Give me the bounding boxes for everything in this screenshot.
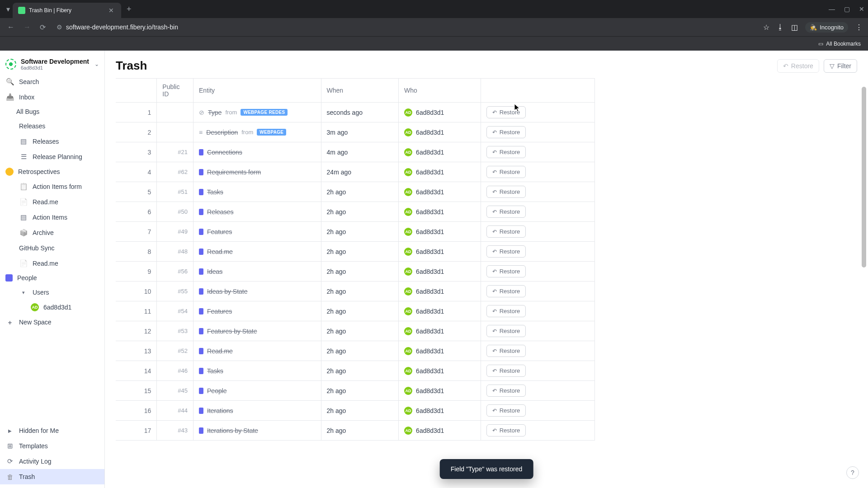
help-button[interactable]: ? bbox=[846, 466, 859, 479]
restore-icon: ↶ bbox=[492, 109, 497, 116]
restore-button[interactable]: ↶Restore bbox=[486, 146, 526, 158]
incognito-badge[interactable]: 🕵 Incognito bbox=[805, 22, 848, 33]
restore-label: Restore bbox=[500, 149, 520, 155]
sidebar-item-people[interactable]: People bbox=[0, 271, 104, 285]
sidebar-trash[interactable]: Trash bbox=[0, 469, 104, 484]
sidebar-item-releases[interactable]: Releases bbox=[0, 118, 104, 134]
reload-button[interactable]: ⟳ bbox=[38, 21, 47, 33]
restore-button[interactable]: ↶Restore bbox=[486, 186, 526, 198]
table-row[interactable]: 1⊘TypefromWEBPAGE REDESseconds agoAD6ad8… bbox=[116, 103, 595, 122]
sidebar-item-read-me[interactable]: Read.me bbox=[0, 256, 104, 271]
table-row[interactable]: 5#51Tasks2h agoAD6ad8d3d1↶Restore bbox=[116, 182, 595, 202]
sidebar-item-archive[interactable]: Archive bbox=[0, 225, 104, 240]
downloads-icon[interactable]: ⭳ bbox=[777, 23, 784, 31]
scrollbar[interactable] bbox=[862, 87, 867, 488]
sidebar-activity[interactable]: Activity Log bbox=[0, 454, 104, 469]
table-row[interactable]: 7#49Features2h agoAD6ad8d3d1↶Restore bbox=[116, 222, 595, 242]
sidebar-item-retrospectives[interactable]: Retrospectives bbox=[0, 164, 104, 179]
table-header-row: Public ID Entity When Who bbox=[116, 79, 595, 103]
sidebar-item-releases[interactable]: Releases bbox=[0, 134, 104, 149]
sidebar-new-space[interactable]: New Space bbox=[0, 314, 104, 330]
row-entity: Read.me bbox=[193, 242, 321, 262]
tab-close-icon[interactable]: ✕ bbox=[107, 6, 116, 15]
inbox-icon bbox=[5, 93, 14, 102]
restore-button[interactable]: ↶Restore bbox=[486, 225, 526, 238]
scrollbar-thumb[interactable] bbox=[862, 87, 866, 267]
table-row[interactable]: 15#45People2h agoAD6ad8d3d1↶Restore bbox=[116, 381, 595, 401]
restore-button[interactable]: ↶Restore bbox=[486, 285, 526, 297]
row-index: 17 bbox=[116, 421, 157, 441]
restore-label: Restore bbox=[500, 109, 520, 116]
workspace-switcher[interactable]: Software Development 6ad8d3d1 ⌄ bbox=[0, 54, 104, 74]
sidebar-item-release-planning[interactable]: Release Planning bbox=[0, 149, 104, 164]
sidebar-item-github-sync[interactable]: GitHub Sync bbox=[0, 240, 104, 256]
filter-label: Filter bbox=[837, 62, 851, 70]
all-bookmarks-link[interactable]: ▭ All Bookmarks bbox=[818, 41, 861, 47]
row-when: 2h ago bbox=[321, 381, 399, 401]
forward-button[interactable]: → bbox=[22, 21, 33, 33]
row-action: ↶Restore bbox=[481, 341, 594, 361]
row-index: 9 bbox=[116, 262, 157, 282]
site-info-icon[interactable]: ⚙ bbox=[57, 23, 62, 31]
minimize-icon[interactable]: — bbox=[829, 5, 835, 13]
table-row[interactable]: 14#46Tasks2h agoAD6ad8d3d1↶Restore bbox=[116, 361, 595, 381]
table-row[interactable]: 17#43Iterations by State2h agoAD6ad8d3d1… bbox=[116, 421, 595, 441]
restore-button[interactable]: ↶Restore bbox=[486, 126, 526, 138]
restore-button[interactable]: ↶Restore bbox=[486, 325, 526, 337]
restore-button[interactable]: ↶Restore bbox=[486, 345, 526, 357]
table-row[interactable]: 9#56Ideas2h agoAD6ad8d3d1↶Restore bbox=[116, 262, 595, 282]
table-row[interactable]: 2≡DescriptionfromWEBPAGE3m agoAD6ad8d3d1… bbox=[116, 122, 595, 142]
sidebar-item-read-me[interactable]: Read.me bbox=[0, 194, 104, 210]
restore-button[interactable]: ↶Restore bbox=[486, 385, 526, 397]
sidebar-item-6ad8d3d1[interactable]: AD6ad8d3d1 bbox=[0, 300, 104, 314]
table-row[interactable]: 6#50Releases2h agoAD6ad8d3d1↶Restore bbox=[116, 202, 595, 222]
address-bar[interactable]: ⚙ software-development.fibery.io/trash-b… bbox=[53, 23, 758, 31]
view-icon bbox=[199, 249, 203, 255]
table-row[interactable]: 10#55Ideas by State2h agoAD6ad8d3d1↶Rest… bbox=[116, 282, 595, 301]
sidebar-item-all-bugs[interactable]: All Bugs bbox=[0, 105, 104, 118]
restore-button[interactable]: ↶Restore bbox=[486, 404, 526, 417]
table-row[interactable]: 13#52Read.me2h agoAD6ad8d3d1↶Restore bbox=[116, 341, 595, 361]
maximize-icon[interactable]: ▢ bbox=[844, 5, 850, 13]
header-filter-button[interactable]: ▽ Filter bbox=[824, 59, 857, 73]
restore-button[interactable]: ↶Restore bbox=[486, 265, 526, 277]
restore-button[interactable]: ↶Restore bbox=[486, 365, 526, 377]
back-button[interactable]: ← bbox=[5, 21, 16, 33]
new-tab-button[interactable]: + bbox=[121, 5, 137, 14]
sidebar-item-users[interactable]: Users bbox=[0, 285, 104, 300]
restore-button[interactable]: ↶Restore bbox=[486, 206, 526, 218]
header-restore-button[interactable]: ↶ Restore bbox=[777, 59, 819, 73]
browser-tab[interactable]: Trash Bin | Fibery ✕ bbox=[13, 3, 121, 18]
tab-search-dropdown[interactable]: ▾ bbox=[4, 2, 13, 16]
table-row[interactable]: 4#62Requirements form24m agoAD6ad8d3d1↶R… bbox=[116, 162, 595, 182]
table-row[interactable]: 11#54Features2h agoAD6ad8d3d1↶Restore bbox=[116, 301, 595, 321]
sidebar-inbox[interactable]: Inbox bbox=[0, 89, 104, 105]
trash-table-container[interactable]: Public ID Entity When Who 1⊘TypefromWEBP… bbox=[105, 78, 868, 488]
side-panel-icon[interactable]: ◫ bbox=[791, 23, 798, 32]
table-row[interactable]: 12#53Features by State2h agoAD6ad8d3d1↶R… bbox=[116, 321, 595, 341]
restore-button[interactable]: ↶Restore bbox=[486, 245, 526, 258]
releases-icon bbox=[5, 122, 14, 131]
row-entity: Features bbox=[193, 222, 321, 242]
who-name: 6ad8d3d1 bbox=[416, 407, 444, 414]
row-index: 8 bbox=[116, 242, 157, 262]
sidebar-hidden[interactable]: Hidden for Me bbox=[0, 423, 104, 438]
sidebar-item-action-items-form[interactable]: Action Items form bbox=[0, 179, 104, 194]
bookmark-star-icon[interactable]: ☆ bbox=[763, 23, 769, 32]
restore-button[interactable]: ↶Restore bbox=[486, 424, 526, 436]
restore-label: Restore bbox=[500, 387, 520, 394]
table-row[interactable]: 8#48Read.me2h agoAD6ad8d3d1↶Restore bbox=[116, 242, 595, 262]
row-index: 1 bbox=[116, 103, 157, 122]
sidebar-search[interactable]: Search bbox=[0, 74, 104, 89]
table-row[interactable]: 16#44Iterations2h agoAD6ad8d3d1↶Restore bbox=[116, 401, 595, 421]
restore-button[interactable]: ↶Restore bbox=[486, 166, 526, 178]
browser-menu-icon[interactable]: ⋮ bbox=[855, 23, 863, 32]
restore-button[interactable]: ↶Restore bbox=[486, 305, 526, 317]
entity-tag: WEBPAGE REDES bbox=[241, 109, 288, 116]
close-window-icon[interactable]: ✕ bbox=[859, 5, 864, 13]
sidebar-templates[interactable]: Templates bbox=[0, 438, 104, 454]
restore-button[interactable]: ↶Restore bbox=[486, 106, 526, 118]
row-who: AD6ad8d3d1 bbox=[399, 222, 481, 242]
table-row[interactable]: 3#21Connections4m agoAD6ad8d3d1↶Restore bbox=[116, 142, 595, 162]
sidebar-item-action-items[interactable]: Action Items bbox=[0, 210, 104, 225]
